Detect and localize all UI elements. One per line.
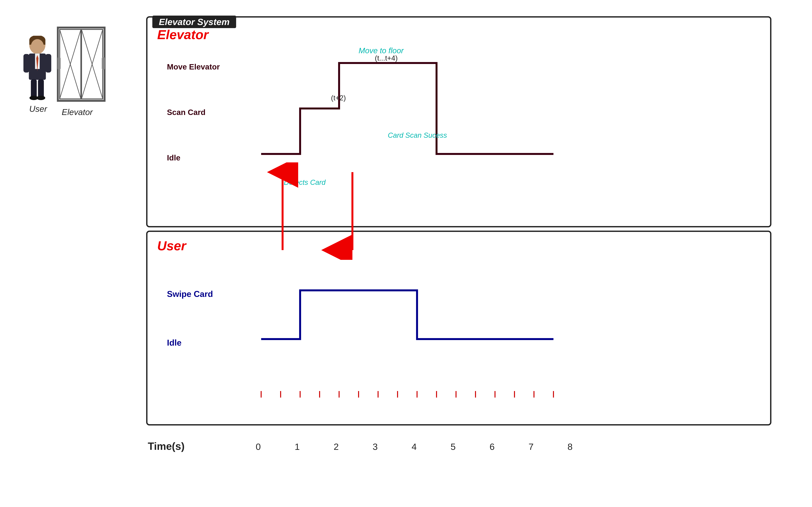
svg-point-12 xyxy=(37,96,45,100)
arrows-svg xyxy=(162,162,455,260)
svg-rect-8 xyxy=(46,54,51,72)
svg-rect-7 xyxy=(23,54,29,72)
svg-text:3: 3 xyxy=(372,442,378,452)
svg-text:Time(s): Time(s) xyxy=(148,440,184,452)
svg-rect-10 xyxy=(38,79,44,98)
svg-text:2: 2 xyxy=(334,442,339,452)
svg-text:6: 6 xyxy=(489,442,495,452)
svg-text:Idle: Idle xyxy=(167,338,182,347)
svg-text:(t+2): (t+2) xyxy=(331,94,346,102)
svg-text:Swipe Card: Swipe Card xyxy=(167,289,213,299)
user-timing-svg: Swipe Card Idle xyxy=(164,245,765,420)
svg-text:5: 5 xyxy=(451,442,456,452)
svg-text:7: 7 xyxy=(528,442,533,452)
user-system-box: User Swipe Card Idle xyxy=(146,231,771,426)
right-panel: Elevator System Elevator Move Elevator S… xyxy=(146,16,788,487)
elevator-figure-label: Elevator xyxy=(62,107,93,117)
time-axis-container: Time(s) 0 1 2 3 4 5 6 7 8 xyxy=(146,432,771,459)
svg-text:Card Scan Sucess: Card Scan Sucess xyxy=(388,131,447,139)
main-container: User Elevator Elevator System Elevator M… xyxy=(0,10,812,507)
svg-text:Move to floor: Move to floor xyxy=(359,46,404,55)
svg-text:Move Elevator: Move Elevator xyxy=(167,62,220,71)
svg-text:8: 8 xyxy=(567,442,573,452)
svg-rect-20 xyxy=(102,57,105,70)
svg-text:Idle: Idle xyxy=(167,154,180,162)
elevator-door xyxy=(55,26,107,104)
svg-text:1: 1 xyxy=(295,442,300,452)
user-figure-label: User xyxy=(29,104,47,114)
svg-text:Scan Card: Scan Card xyxy=(167,108,206,117)
svg-text:(t...t+4): (t...t+4) xyxy=(375,54,398,62)
svg-point-3 xyxy=(31,39,44,54)
left-panel: User Elevator xyxy=(13,26,127,253)
svg-text:0: 0 xyxy=(255,442,260,452)
person-figure xyxy=(19,36,55,101)
svg-rect-9 xyxy=(31,79,37,98)
time-axis-svg: Time(s) 0 1 2 3 4 5 6 7 8 xyxy=(146,432,771,458)
system-title: Elevator System xyxy=(152,15,236,28)
svg-text:4: 4 xyxy=(411,442,416,452)
svg-rect-21 xyxy=(57,57,61,70)
